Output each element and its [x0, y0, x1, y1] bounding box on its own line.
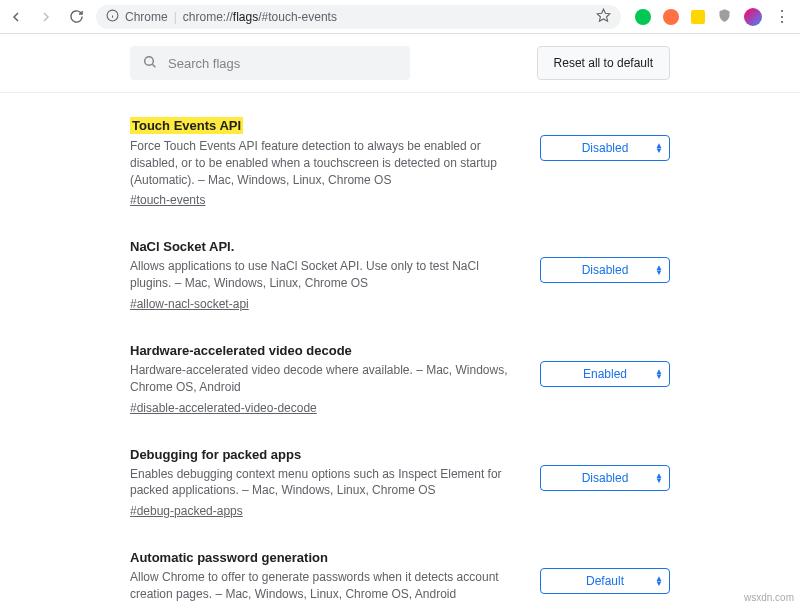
select-arrows-icon: ▲▼	[655, 369, 663, 379]
flag-item: NaCl Socket API.Allows applications to u…	[130, 223, 670, 327]
svg-line-5	[152, 64, 155, 67]
browser-toolbar: Chrome | chrome://flags/#touch-events ⋮	[0, 0, 800, 34]
flag-select-value: Disabled	[582, 263, 629, 277]
reset-all-button[interactable]: Reset all to default	[537, 46, 670, 80]
flag-description: Enables debugging context menu options s…	[130, 466, 520, 500]
omnibox-url: chrome://flags/#touch-events	[183, 10, 337, 24]
extension-icon-3[interactable]	[691, 10, 705, 24]
flag-description: Allows applications to use NaCl Socket A…	[130, 258, 520, 292]
bookmark-star-icon[interactable]	[596, 8, 611, 26]
flag-title: Hardware-accelerated video decode	[130, 343, 352, 358]
flag-select[interactable]: Disabled▲▼	[540, 257, 670, 283]
reload-button[interactable]	[66, 7, 86, 27]
watermark: wsxdn.com	[744, 592, 794, 603]
flag-description: Force Touch Events API feature detection…	[130, 138, 520, 188]
back-button[interactable]	[6, 7, 26, 27]
svg-point-4	[145, 56, 154, 65]
profile-avatar[interactable]	[744, 8, 762, 26]
flag-anchor-link[interactable]: #touch-events	[130, 193, 205, 207]
flag-title: Touch Events API	[130, 117, 243, 134]
select-arrows-icon: ▲▼	[655, 265, 663, 275]
flag-description: Allow Chrome to offer to generate passwo…	[130, 569, 520, 603]
forward-button[interactable]	[36, 7, 56, 27]
flag-item: Debugging for packed appsEnables debuggi…	[130, 431, 670, 535]
flag-select[interactable]: Enabled▲▼	[540, 361, 670, 387]
flag-title: Debugging for packed apps	[130, 447, 301, 462]
flag-description: Hardware-accelerated video decode where …	[130, 362, 520, 396]
flag-title: Automatic password generation	[130, 550, 328, 565]
flag-select[interactable]: Disabled▲▼	[540, 465, 670, 491]
select-arrows-icon: ▲▼	[655, 473, 663, 483]
search-icon	[142, 54, 158, 73]
flag-text: Debugging for packed appsEnables debuggi…	[130, 447, 520, 519]
shield-icon[interactable]	[717, 8, 732, 26]
flag-item: Automatic password generationAllow Chrom…	[130, 534, 670, 607]
flags-header: Search flags Reset all to default	[0, 34, 800, 93]
flag-select-value: Disabled	[582, 471, 629, 485]
extension-icon-1[interactable]	[635, 9, 651, 25]
select-arrows-icon: ▲▼	[655, 576, 663, 586]
extension-icon-2[interactable]	[663, 9, 679, 25]
search-placeholder: Search flags	[168, 56, 240, 71]
extension-icons: ⋮	[631, 8, 794, 26]
flags-list[interactable]: Touch Events APIForce Touch Events API f…	[0, 93, 800, 607]
menu-icon[interactable]: ⋮	[774, 14, 790, 20]
flag-title: NaCl Socket API.	[130, 239, 234, 254]
flag-select[interactable]: Default▲▼	[540, 568, 670, 594]
address-bar[interactable]: Chrome | chrome://flags/#touch-events	[96, 5, 621, 29]
flag-select-value: Disabled	[582, 141, 629, 155]
search-flags-input[interactable]: Search flags	[130, 46, 410, 80]
flag-item: Touch Events APIForce Touch Events API f…	[130, 101, 670, 223]
flag-select-value: Enabled	[583, 367, 627, 381]
flag-text: Touch Events APIForce Touch Events API f…	[130, 117, 520, 207]
select-arrows-icon: ▲▼	[655, 143, 663, 153]
svg-marker-3	[597, 9, 610, 21]
flag-text: Hardware-accelerated video decodeHardwar…	[130, 343, 520, 415]
omnibox-divider: |	[174, 10, 177, 24]
flag-anchor-link[interactable]: #disable-accelerated-video-decode	[130, 401, 317, 415]
flag-text: NaCl Socket API.Allows applications to u…	[130, 239, 520, 311]
flag-select[interactable]: Disabled▲▼	[540, 135, 670, 161]
site-info-icon[interactable]	[106, 9, 119, 25]
flag-anchor-link[interactable]: #allow-nacl-socket-api	[130, 297, 249, 311]
omnibox-label: Chrome	[125, 10, 168, 24]
flag-text: Automatic password generationAllow Chrom…	[130, 550, 520, 607]
flag-anchor-link[interactable]: #debug-packed-apps	[130, 504, 243, 518]
flag-item: Hardware-accelerated video decodeHardwar…	[130, 327, 670, 431]
flag-select-value: Default	[586, 574, 624, 588]
